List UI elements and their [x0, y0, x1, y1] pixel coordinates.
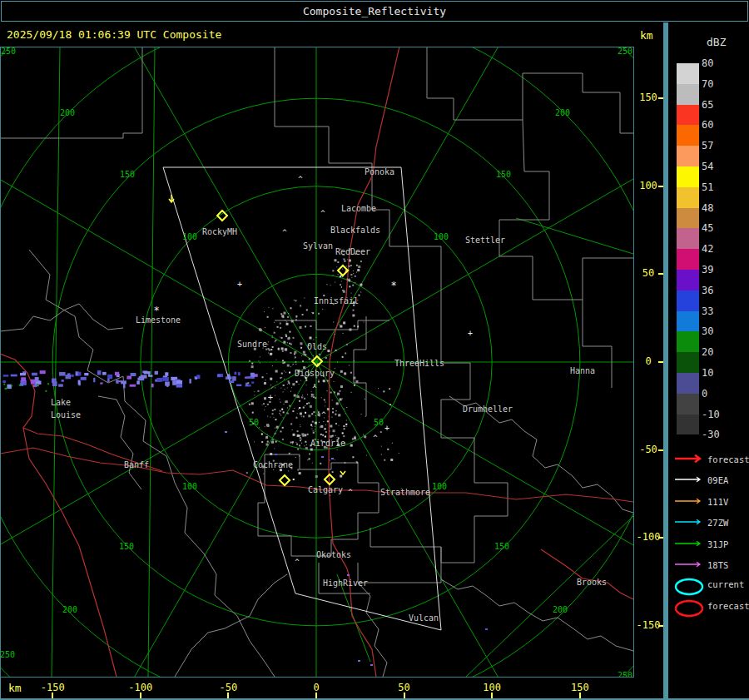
scale-value-label: -10 [702, 409, 735, 420]
reflectivity-echo [273, 469, 274, 470]
reflectivity-echo [361, 414, 362, 415]
reflectivity-echo [327, 390, 328, 391]
reflectivity-echo [344, 258, 345, 260]
reflectivity-echo [335, 334, 335, 335]
city-label: Louise [51, 410, 81, 420]
reflectivity-echo [390, 459, 393, 461]
reflectivity-echo [257, 390, 259, 392]
reflectivity-echo [300, 447, 300, 448]
reflectivity-echo [306, 385, 307, 385]
reflectivity-echo [325, 431, 327, 433]
caret-marker: ^ [373, 434, 378, 442]
reflectivity-echo [315, 422, 317, 424]
reflectivity-echo [286, 323, 289, 325]
radar-map[interactable]: 5050100100100100150150150150200200200200… [0, 47, 634, 678]
product-timestamp: 2025/09/18 01:06:39 UTC Composite [7, 28, 221, 41]
reflectivity-echo [264, 397, 266, 400]
reflectivity-echo [289, 343, 290, 345]
reflectivity-echo [293, 337, 295, 339]
scale-color-band [677, 105, 699, 126]
reflectivity-echo [301, 396, 303, 398]
clutter-echo [131, 373, 136, 376]
reflectivity-echo [305, 441, 306, 443]
reflectivity-echo [272, 337, 273, 338]
scale-color-band [677, 311, 699, 332]
reflectivity-echo [291, 387, 292, 388]
reflectivity-echo [360, 261, 362, 262]
reflectivity-echo [340, 474, 342, 477]
reflectivity-echo [268, 353, 269, 354]
reflectivity-echo [272, 439, 274, 440]
reflectivity-echo [270, 353, 272, 355]
reflectivity-echo [305, 325, 306, 327]
legend-track-forecast: forecast [673, 452, 748, 469]
reflectivity-echo [292, 441, 294, 443]
reflectivity-echo [346, 344, 348, 345]
city-label: Cochrane [253, 460, 293, 469]
reflectivity-echo [320, 434, 322, 435]
reflectivity-echo [288, 313, 289, 314]
plus-marker: + [268, 393, 273, 402]
reflectivity-echo [294, 408, 295, 409]
reflectivity-echo [336, 402, 339, 405]
reflectivity-echo [280, 377, 281, 379]
clutter-echo [331, 458, 334, 459]
reflectivity-echo [300, 424, 300, 425]
clutter-echo [236, 385, 241, 386]
clutter-echo [52, 381, 57, 386]
reflectivity-echo [299, 326, 301, 329]
legend-track-31jp-label: 31JP [707, 539, 728, 549]
reflectivity-echo [283, 341, 285, 344]
clutter-echo [172, 380, 176, 385]
reflectivity-echo [252, 412, 254, 414]
scale-value-label: 65 [702, 99, 735, 111]
clutter-echo [139, 376, 144, 380]
bottom-axis-tick [52, 693, 53, 698]
reflectivity-echo [305, 412, 306, 414]
scale-value-label: 70 [702, 78, 735, 90]
reflectivity-echo [267, 344, 268, 345]
reflectivity-echo [261, 441, 263, 443]
scale-color-band [677, 270, 699, 290]
reflectivity-echo [318, 313, 320, 315]
reflectivity-echo [298, 409, 299, 410]
reflectivity-echo [381, 446, 382, 447]
reflectivity-echo [275, 370, 278, 373]
reflectivity-echo [346, 407, 347, 408]
clutter-echo [165, 372, 168, 375]
reflectivity-echo [290, 352, 291, 354]
ring-distance-label: 250 [618, 47, 632, 56]
clutter-echo [20, 373, 26, 375]
reflectivity-echo [363, 434, 364, 435]
ring-distance-label: 200 [553, 605, 568, 614]
reflectivity-echo [270, 417, 270, 418]
reflectivity-echo [307, 395, 308, 395]
scale-color-band [677, 415, 699, 435]
caret-marker: ^ [298, 175, 303, 183]
scale-value-label: 36 [702, 285, 735, 296]
reflectivity-echo [313, 396, 315, 398]
reflectivity-echo [320, 463, 320, 464]
reflectivity-echo [299, 472, 301, 474]
reflectivity-echo [343, 290, 345, 293]
reflectivity-echo [364, 322, 365, 323]
caret-marker: ^ [312, 385, 317, 393]
reflectivity-echo [301, 439, 302, 439]
legend-current-label: current [707, 579, 744, 589]
reflectivity-echo [300, 342, 302, 345]
clutter-echo [3, 384, 5, 385]
track-arrow-icon [673, 515, 707, 529]
reflectivity-echo [351, 277, 352, 278]
reflectivity-echo [288, 413, 289, 414]
clutter-echo [234, 372, 236, 375]
reflectivity-echo [268, 307, 269, 308]
reflectivity-echo [327, 380, 329, 382]
reflectivity-echo [282, 316, 284, 318]
reflectivity-echo [300, 437, 301, 439]
reflectivity-echo [351, 392, 352, 393]
dot-marker: · [388, 400, 394, 410]
clutter-echo [102, 372, 107, 375]
reflectivity-echo [275, 433, 276, 434]
reflectivity-echo [302, 395, 303, 395]
reflectivity-echo [349, 259, 351, 261]
